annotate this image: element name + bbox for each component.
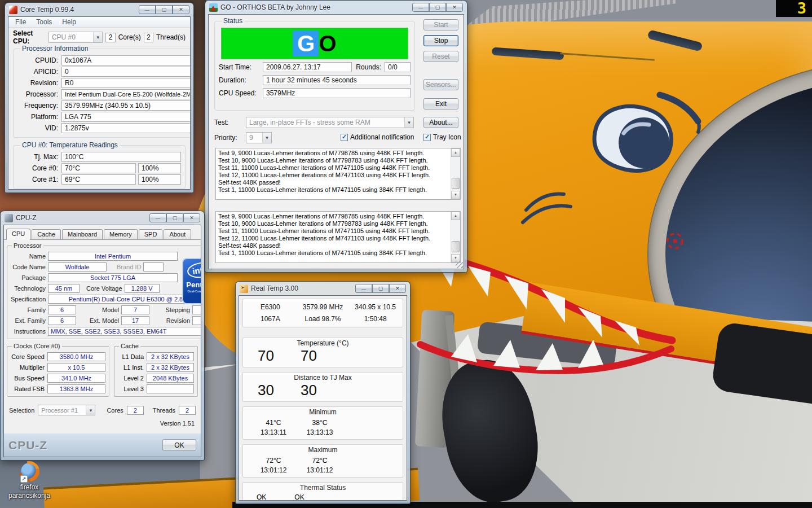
start-time-label: Start Time: xyxy=(219,63,263,71)
chevron-down-icon xyxy=(404,117,413,128)
test-log-pane-2[interactable]: Test 9, 9000 Lucas-Lehmer iterations of … xyxy=(215,211,461,263)
specification-label: Specification xyxy=(11,296,46,303)
cpu-select-dropdown[interactable]: CPU #0 xyxy=(48,32,103,43)
cpuz-caption-buttons xyxy=(149,213,200,222)
processor-information-group: Processor Information CPUID: 0x1067A API… xyxy=(13,45,191,138)
reset-button[interactable]: Reset xyxy=(423,51,458,62)
maximize-button[interactable] xyxy=(372,284,389,293)
test-dropdown[interactable]: Large, in-place FFTs - stress some RAM xyxy=(246,117,414,128)
duration-row: Duration: 1 hour 32 minutes 45 seconds xyxy=(219,75,411,85)
maximize-button[interactable] xyxy=(429,3,446,12)
maximize-button[interactable] xyxy=(156,5,173,14)
menu-tools[interactable]: Tools xyxy=(32,18,56,26)
core0-thermal-status: OK xyxy=(257,493,266,501)
coretemp-menubar: File Tools Help xyxy=(8,17,190,28)
intel-logo-text: intel xyxy=(186,261,201,280)
minimize-button[interactable] xyxy=(149,213,166,222)
cpu-speed-row: CPU Speed: 3579MHz xyxy=(219,88,411,98)
scrollbar[interactable] xyxy=(451,148,460,199)
threads-label: Thread(s) xyxy=(156,33,186,41)
rated-fsb-value: 1363.8 MHz xyxy=(47,384,105,393)
scrollbar-thumb[interactable] xyxy=(452,178,460,189)
ok-button[interactable]: OK xyxy=(162,439,196,451)
specification-value: Pentium(R) Dual-Core CPU E6300 @ 2.80GHz xyxy=(48,295,201,304)
minimize-button[interactable] xyxy=(355,284,372,293)
thermal-status-panel: Thermal Status OK OK xyxy=(242,482,403,501)
cpu-mhz: 3579.99 MHz xyxy=(294,303,352,311)
cpuz-watermark: CPU-Z xyxy=(8,439,47,452)
log-line: Test 11, 11000 Lucas-Lehmer iterations o… xyxy=(218,164,449,172)
distance-panel: Distance to TJ Max 30 30 xyxy=(242,372,403,402)
select-cpu-label: Select CPU: xyxy=(13,29,46,45)
realtemp-titlebar[interactable]: Real Temp 3.00 xyxy=(239,282,407,295)
firefox-shortcut[interactable]: firefox parancsikonja xyxy=(5,461,54,500)
close-button[interactable] xyxy=(183,213,200,222)
l1-inst-value: 2 x 32 KBytes xyxy=(147,363,194,372)
about-button[interactable]: About... xyxy=(423,117,458,128)
core1-min-time: 13:13:13 xyxy=(303,428,337,436)
sensors-button[interactable]: Sensors... xyxy=(423,79,458,90)
cpuz-titlebar[interactable]: CPU-Z xyxy=(3,211,201,225)
level3-label: Level 3 xyxy=(118,386,144,392)
cache-legend: Cache xyxy=(119,343,140,349)
priority-dropdown[interactable]: 9 xyxy=(246,132,272,143)
orthos-titlebar[interactable]: GO - ORTHOS BETA by Johnny Lee xyxy=(208,1,464,14)
selection-label: Selection xyxy=(9,407,34,414)
log-line: Test 11, 11000 Lucas-Lehmer iterations o… xyxy=(218,227,449,235)
close-button[interactable] xyxy=(389,284,406,293)
scroll-up-arrow-icon[interactable] xyxy=(451,148,460,157)
minimum-panel: Minimum 41°C 13:13:11 38°C 13:13:13 xyxy=(242,406,403,440)
cpu-select-value: CPU #0 xyxy=(52,33,76,41)
core0-distance: 30 xyxy=(258,382,287,399)
multiplier-value: x 10.5 xyxy=(47,363,105,372)
maximize-button[interactable] xyxy=(166,213,183,222)
thermal-status-caption: Thermal Status xyxy=(243,483,403,492)
stop-button[interactable]: Stop xyxy=(423,35,458,46)
close-button[interactable] xyxy=(446,3,463,12)
start-button[interactable]: Start xyxy=(423,19,458,30)
info-row-revision: Revision: R0 xyxy=(17,78,191,88)
scroll-down-arrow-icon[interactable] xyxy=(451,191,460,199)
frequency-value: 3579.99MHz (340.95 x 10.5) xyxy=(61,100,191,111)
tray-icon-checkbox[interactable]: Tray Icon xyxy=(423,133,461,141)
realtemp-window-title: Real Temp 3.00 xyxy=(251,284,298,292)
coretemp-client-area: File Tools Help Select CPU: CPU #0 2 Cor… xyxy=(8,16,191,190)
cpuz-app-icon xyxy=(5,214,13,222)
processor-selection-dropdown[interactable]: Processor #1 xyxy=(38,405,95,415)
tab-spd[interactable]: SPD xyxy=(139,229,163,239)
additional-notification-checkbox[interactable]: Additional notification xyxy=(341,133,414,141)
firefox-shortcut-label: firefox parancsikonja xyxy=(5,483,54,500)
test-log-pane-1[interactable]: Test 9, 9000 Lucas-Lehmer iterations of … xyxy=(215,148,461,200)
scroll-up-arrow-icon[interactable] xyxy=(451,212,460,220)
menu-help[interactable]: Help xyxy=(58,18,81,26)
menu-file[interactable]: File xyxy=(11,18,30,26)
core0-min-time: 13:13:11 xyxy=(257,428,290,436)
resize-grip[interactable] xyxy=(456,261,463,268)
coretemp-titlebar[interactable]: Core Temp 0.99.4 xyxy=(8,3,191,16)
tab-memory[interactable]: Memory xyxy=(104,229,138,239)
exit-button[interactable]: Exit xyxy=(423,98,458,110)
core1-temperature: 70 xyxy=(301,347,330,365)
tjmax-row: Tj. Max: 100°C xyxy=(17,152,181,162)
cpuz-client-area: CPU Cache Mainboard Memory SPD About Pro… xyxy=(3,225,201,457)
tab-cache[interactable]: Cache xyxy=(32,229,61,239)
core-speed-label: Core Speed xyxy=(11,353,45,360)
duration-value: 1 hour 32 minutes 45 seconds xyxy=(263,75,411,85)
select-cpu-row: Select CPU: CPU #0 2 Core(s) 2 Thread(s) xyxy=(13,30,186,45)
go-letter-g: G xyxy=(297,31,315,56)
tab-about[interactable]: About xyxy=(164,229,191,239)
core-speed-value: 3580.0 MHz xyxy=(47,352,105,361)
level3-value xyxy=(147,384,194,393)
processor-group: Processor intel Pentium Dual-Core Inside… xyxy=(7,242,201,339)
pentium-logo-text: Pentium xyxy=(183,281,201,289)
minimize-button[interactable] xyxy=(139,5,156,14)
tab-cpu[interactable]: CPU xyxy=(6,229,30,240)
minimize-button[interactable] xyxy=(412,3,429,12)
scrollbar-thumb[interactable] xyxy=(452,241,460,252)
package-value: Socket 775 LGA xyxy=(48,273,178,282)
tab-mainboard[interactable]: Mainboard xyxy=(62,229,103,239)
test-label: Test: xyxy=(214,119,246,126)
go-letter-g-box: G xyxy=(293,30,319,56)
scrollbar[interactable] xyxy=(451,212,460,262)
close-button[interactable] xyxy=(173,5,189,14)
